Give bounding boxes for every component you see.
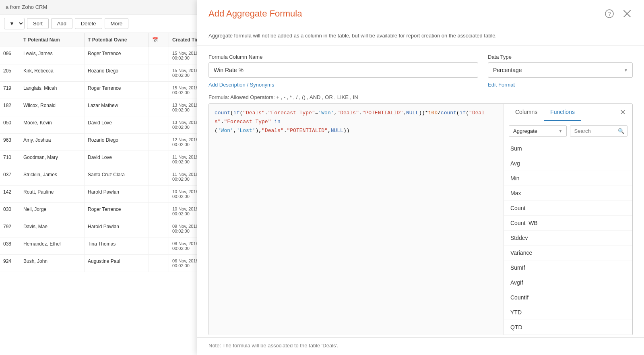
cell-name: Amy, Joshua	[20, 134, 85, 151]
cell-owner: Rozario Diego	[85, 64, 149, 81]
cell-id: 963	[0, 134, 20, 151]
cell-owner: Roger Terrence	[85, 203, 149, 220]
table-row: 710 Goodman, Mary David Love 11 Nov, 201…	[0, 151, 197, 168]
table-row: 038 Hernandez, Ethel Tina Thomas 08 Nov,…	[0, 237, 197, 255]
cell-name: Moore, Kevin	[20, 116, 85, 133]
toolbar-dropdown[interactable]: ▼	[4, 18, 25, 29]
cell-cal	[149, 99, 169, 116]
cell-cal	[149, 116, 169, 133]
cell-cal	[149, 82, 169, 99]
cell-id: 096	[0, 47, 20, 64]
cell-cal	[149, 168, 169, 185]
modal-header-icons: ?	[604, 8, 633, 19]
cell-owner: David Love	[85, 151, 149, 168]
functions-panel: Columns Functions ✕ Aggregate String Mat…	[504, 104, 632, 335]
functions-list: SumAvgMinMaxCountCount_WBStddevVarianceS…	[504, 141, 632, 335]
close-icon	[623, 10, 631, 18]
add-description-link[interactable]: Add Description / Synonyms	[208, 82, 274, 88]
formula-column-name-input[interactable]	[208, 62, 478, 78]
formula-editor[interactable]: count(if("Deals"."Forecast Type"='Won',"…	[209, 104, 504, 335]
functions-panel-close[interactable]: ✕	[618, 106, 627, 118]
table-row: 096 Lewis, James Roger Terrence 15 Nov, …	[0, 47, 197, 64]
add-button[interactable]: Add	[51, 18, 72, 29]
help-button[interactable]: ?	[604, 8, 615, 19]
cell-id: 142	[0, 186, 20, 202]
function-item[interactable]: Variance	[504, 246, 632, 260]
table-row: 719 Langlais, Micah Roger Terrence 15 No…	[0, 82, 197, 99]
function-item[interactable]: SumIf	[504, 260, 632, 275]
cell-owner: Lazar Mathew	[85, 99, 149, 116]
table-header-text: a from Zoho CRM	[6, 4, 47, 10]
cell-id: 038	[0, 237, 20, 254]
tab-columns[interactable]: Columns	[509, 104, 544, 121]
function-item[interactable]: QTD	[504, 320, 632, 335]
form-links: Add Description / Synonyms	[208, 82, 478, 88]
modal: Add Aggregate Formula ? Aggregate formul…	[197, 0, 644, 355]
table-row: 182 Wilcox, Ronald Lazar Mathew 13 Nov, …	[0, 99, 197, 116]
table-row: 050 Moore, Kevin David Love 13 Nov, 2018…	[0, 116, 197, 134]
col-calendar: 📅	[149, 33, 169, 47]
cell-owner: Augustine Paul	[85, 255, 149, 272]
function-item[interactable]: Count	[504, 201, 632, 216]
table-columns: T Potential Nam T Potential Owne 📅 Creat…	[0, 33, 197, 47]
svg-text:?: ?	[608, 11, 611, 17]
formula-column-name-group: Formula Column Name Add Description / Sy…	[208, 54, 478, 88]
cell-cal	[149, 203, 169, 220]
cell-id: 050	[0, 116, 20, 133]
cell-id: 037	[0, 168, 20, 185]
cell-id: 710	[0, 151, 20, 168]
cell-name: Kirk, Rebecca	[20, 64, 85, 81]
sort-button[interactable]: Sort	[27, 18, 49, 29]
table-row: 037 Stricklin, James Santa Cruz Clara 11…	[0, 168, 197, 186]
col-potential-name: T Potential Nam	[20, 33, 85, 47]
function-item[interactable]: CountIf	[504, 290, 632, 305]
cell-cal	[149, 47, 169, 64]
category-select[interactable]: Aggregate String Math Date Logical	[509, 125, 567, 137]
cell-name: Davis, Mae	[20, 220, 85, 237]
cell-id: 792	[0, 220, 20, 237]
edit-format-links: Edit Format	[488, 82, 633, 88]
data-type-select[interactable]: Percentage Number Currency	[488, 62, 633, 78]
function-item[interactable]: Min	[504, 171, 632, 186]
function-item[interactable]: Count_WB	[504, 216, 632, 231]
table-row: 963 Amy, Joshua Rozario Diego 12 Nov, 20…	[0, 134, 197, 151]
function-item[interactable]: Avg	[504, 156, 632, 171]
close-button[interactable]	[621, 8, 633, 19]
category-select-wrapper: Aggregate String Math Date Logical	[509, 125, 567, 137]
more-button[interactable]: More	[105, 18, 129, 29]
cell-id: 205	[0, 64, 20, 81]
cell-owner: Harold Pawlan	[85, 186, 149, 202]
function-item[interactable]: YTD	[504, 305, 632, 320]
cell-cal	[149, 64, 169, 81]
function-item[interactable]: Sum	[504, 141, 632, 156]
cell-id: 030	[0, 203, 20, 220]
function-item[interactable]: AvgIf	[504, 275, 632, 290]
modal-title: Add Aggregate Formula	[208, 8, 302, 19]
cell-owner: Rozario Diego	[85, 134, 149, 151]
cell-name: Wilcox, Ronald	[20, 99, 85, 116]
modal-body: Formula Column Name Add Description / Sy…	[197, 46, 644, 338]
table-body: 096 Lewis, James Roger Terrence 15 Nov, …	[0, 47, 197, 272]
form-row: Formula Column Name Add Description / Sy…	[208, 54, 633, 88]
functions-tab-group: Columns Functions	[509, 104, 581, 121]
table-row: 924 Bush, John Augustine Paul 06 Nov, 20…	[0, 255, 197, 272]
cell-cal	[149, 255, 169, 272]
cell-owner: Tina Thomas	[85, 237, 149, 254]
cell-name: Hernandez, Ethel	[20, 237, 85, 254]
data-type-label: Data Type	[488, 54, 633, 60]
edit-format-link[interactable]: Edit Format	[488, 82, 515, 88]
cell-name: Langlais, Micah	[20, 82, 85, 99]
function-item[interactable]: Stddev	[504, 231, 632, 246]
delete-button[interactable]: Delete	[75, 18, 102, 29]
functions-toolbar: Aggregate String Math Date Logical 🔍	[504, 121, 632, 141]
function-item[interactable]: Max	[504, 186, 632, 201]
tab-functions[interactable]: Functions	[544, 104, 581, 121]
cell-name: Lewis, James	[20, 47, 85, 64]
table-header: a from Zoho CRM	[0, 0, 197, 14]
toolbar: ▼ Sort Add Delete More	[0, 14, 197, 33]
col-id	[0, 33, 20, 47]
cell-owner: Harold Pawlan	[85, 220, 149, 237]
cell-id: 182	[0, 99, 20, 116]
modal-note-text: Note: The formula will be associated to …	[208, 343, 339, 349]
data-type-select-wrapper: Percentage Number Currency	[488, 62, 633, 78]
